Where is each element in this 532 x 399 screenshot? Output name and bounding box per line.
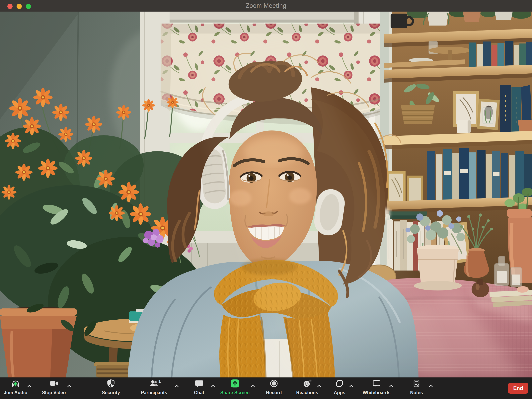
participant-video-scene [0, 12, 532, 377]
window-title: Zoom Meeting [0, 0, 532, 12]
security-button[interactable]: Security [95, 379, 127, 395]
participants-button[interactable]: 1 Participants [138, 379, 170, 395]
whiteboard-icon [372, 379, 381, 388]
notes-label: Notes [400, 390, 432, 395]
chevron-up-icon[interactable] [349, 384, 354, 388]
reactions-button[interactable]: Reactions [291, 379, 323, 395]
chevron-up-icon[interactable] [175, 384, 179, 388]
chat-label: Chat [183, 390, 215, 395]
record-label: Record [258, 390, 290, 395]
end-meeting-button[interactable]: End [508, 383, 528, 394]
titlebar: Zoom Meeting [0, 0, 532, 12]
chevron-up-icon[interactable] [317, 384, 321, 388]
share-screen-label: Share Screen [219, 390, 251, 395]
share-screen-icon [230, 379, 240, 388]
apps-label: Apps [323, 390, 355, 395]
security-label: Security [95, 390, 127, 395]
participants-count-badge: 1 [158, 379, 161, 384]
stop-video-label: Stop Video [38, 390, 70, 395]
notes-icon [412, 379, 421, 388]
zoom-meeting-window: { "titlebar": { "title": "Zoom Meeting",… [0, 0, 532, 399]
record-icon [269, 379, 279, 388]
bookshelf-row-upper [469, 41, 532, 69]
apps-icon [335, 379, 344, 388]
join-audio-label: Join Audio [0, 390, 32, 395]
chevron-up-icon[interactable] [67, 384, 71, 388]
chat-bubble-icon [195, 379, 204, 388]
chevron-up-icon[interactable] [251, 384, 255, 388]
whiteboards-button[interactable]: Whiteboards [361, 379, 393, 395]
notes-button[interactable]: Notes [400, 379, 432, 395]
participants-label: Participants [138, 390, 170, 395]
chevron-up-icon[interactable] [429, 384, 433, 388]
apps-button[interactable]: Apps [323, 379, 355, 395]
shield-icon [106, 379, 115, 388]
whiteboards-label: Whiteboards [361, 390, 393, 395]
chevron-up-icon[interactable] [389, 384, 393, 388]
join-audio-button[interactable]: Join Audio [0, 379, 32, 395]
headphones-icon [11, 379, 20, 388]
chevron-up-icon[interactable] [27, 384, 32, 388]
reactions-label: Reactions [291, 390, 323, 395]
smiley-plus-icon [303, 379, 312, 388]
chevron-up-icon[interactable] [211, 384, 215, 388]
share-screen-button[interactable]: Share Screen [219, 379, 251, 395]
video-camera-icon [49, 379, 58, 388]
participants-icon [149, 379, 158, 388]
chat-button[interactable]: Chat [183, 379, 215, 395]
record-button[interactable]: Record [258, 379, 290, 395]
video-feed [0, 12, 532, 377]
stop-video-button[interactable]: Stop Video [38, 379, 70, 395]
meeting-toolbar: Join Audio Stop Video Security 1 Par [0, 377, 532, 399]
